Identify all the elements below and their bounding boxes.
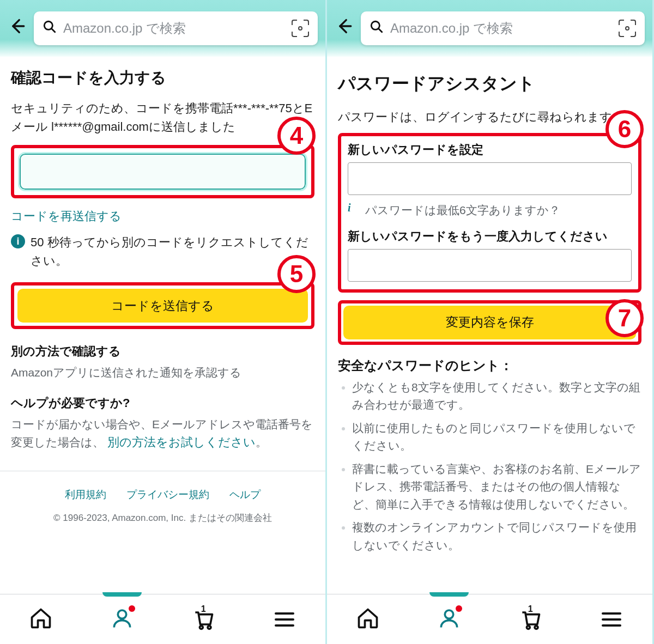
alt-method-text: Amazonアプリに送信された通知を承認する — [11, 364, 314, 382]
password-tip: 少なくとも8文字を使用してください。数字と文字の組み合わせが最適です。 — [352, 379, 641, 414]
footer-links: 利用規約 プライバシー規約 ヘルプ — [11, 488, 314, 502]
back-icon[interactable] — [335, 17, 353, 40]
annotation-box-5: 5 コードを送信する — [11, 282, 314, 329]
search-placeholder: Amazon.co.jp で検索 — [63, 20, 285, 37]
scan-icon[interactable] — [292, 20, 309, 37]
annotation-badge: 7 — [605, 299, 644, 337]
nav-cart[interactable]: 1 — [181, 594, 225, 645]
svg-point-9 — [445, 610, 453, 618]
menu-icon — [275, 612, 294, 627]
divider — [0, 471, 325, 471]
nav-account[interactable] — [427, 594, 471, 645]
password-tips-list: 少なくとも8文字を使用してください。数字と文字の組み合わせが最適です。 以前に使… — [338, 379, 641, 555]
annotation-badge: 4 — [277, 117, 316, 155]
copyright-text: © 1996-2023, Amazon.com, Inc. またはその関連会社 — [11, 512, 314, 524]
cart-count-badge: 1 — [201, 604, 206, 614]
password-tip: 辞書に載っている言葉や、お客様のお名前、Eメールアドレス、携帯電話番号、またはそ… — [352, 460, 641, 514]
resend-code-link[interactable]: コードを再送信する — [11, 209, 122, 223]
help-alt-link[interactable]: 別の方法をお試しください — [107, 435, 256, 449]
password-min-hint: パスワードは最低6文字ありますか？ — [365, 202, 560, 220]
page-title: 確認コードを入力する — [11, 68, 314, 88]
search-icon — [370, 20, 384, 38]
notification-dot-icon — [456, 605, 462, 612]
search-icon — [43, 20, 57, 38]
screen-enter-code: Amazon.co.jp で検索 確認コードを入力する セキュリティのため、コー… — [0, 0, 327, 644]
confirm-password-input[interactable] — [348, 249, 632, 282]
annotation-box-6: 6 新しいパスワードを設定 i パスワードは最低6文字ありますか？ 新しいパスワ… — [338, 133, 641, 293]
password-tip: 複数のオンラインアカウントで同じパスワードを使用しないでください。 — [352, 519, 641, 554]
home-icon — [356, 606, 380, 633]
svg-point-4 — [200, 625, 203, 629]
nav-cart[interactable]: 1 — [508, 594, 552, 645]
scan-icon[interactable] — [619, 20, 636, 37]
verification-code-input[interactable] — [20, 154, 306, 190]
nav-account[interactable] — [100, 594, 144, 645]
wait-info-text: 50 秒待ってから別のコードをリクエストしてください。 — [31, 233, 314, 270]
svg-point-11 — [535, 625, 538, 629]
submit-code-button[interactable]: コードを送信する — [17, 289, 308, 323]
nav-menu[interactable] — [263, 594, 306, 645]
notification-dot-icon — [129, 605, 135, 612]
alt-method-header: 別の方法で確認する — [11, 343, 314, 360]
annotation-badge: 6 — [605, 110, 644, 148]
annotation-badge: 5 — [277, 255, 316, 293]
footer-privacy-link[interactable]: プライバシー規約 — [126, 489, 209, 500]
description-text: セキュリティのため、コードを携帯電話***-***-**75とEメール l***… — [11, 99, 314, 136]
search-field[interactable]: Amazon.co.jp で検索 — [34, 11, 318, 45]
svg-line-2 — [51, 28, 55, 32]
info-icon: i — [11, 234, 25, 248]
help-text: コードが届かない場合や、Eメールアドレスや電話番号を変更した場合は、 別の方法を… — [11, 416, 314, 452]
footer-help-link[interactable]: ヘルプ — [229, 489, 261, 500]
new-password-label: 新しいパスワードを設定 — [348, 142, 632, 158]
wait-info-row: i 50 秒待ってから別のコードをリクエストしてください。 — [11, 233, 314, 270]
nav-menu[interactable] — [590, 594, 633, 645]
description-text: パスワードは、ログインするたびに尋ねられます。 — [338, 108, 641, 126]
top-bar: Amazon.co.jp で検索 — [0, 0, 325, 57]
search-placeholder: Amazon.co.jp で検索 — [390, 20, 612, 37]
bottom-nav: 1 — [327, 594, 652, 644]
nav-home[interactable] — [346, 594, 390, 645]
search-field[interactable]: Amazon.co.jp で検索 — [361, 11, 645, 45]
top-bar: Amazon.co.jp で検索 — [327, 0, 652, 57]
page-title: パスワードアシスタント — [338, 72, 641, 96]
password-tip: 以前に使用したものと同じパスワードを使用しないでください。 — [352, 420, 641, 455]
cart-count-badge: 1 — [528, 604, 533, 614]
save-changes-button[interactable]: 変更内容を保存 — [343, 306, 636, 339]
footer-terms-link[interactable]: 利用規約 — [65, 489, 106, 500]
screen-password-assistant: Amazon.co.jp で検索 パスワードアシスタント パスワードは、ログイン… — [327, 0, 654, 644]
back-icon[interactable] — [8, 17, 26, 40]
help-header: ヘルプが必要ですか? — [11, 395, 314, 411]
menu-icon — [602, 612, 621, 627]
nav-home[interactable] — [19, 594, 63, 645]
svg-point-3 — [118, 610, 126, 618]
svg-point-5 — [208, 625, 211, 629]
svg-line-8 — [378, 28, 382, 32]
bottom-nav: 1 — [0, 594, 325, 644]
tips-header: 安全なパスワードのヒント： — [338, 357, 641, 374]
annotation-box-4: 4 — [11, 145, 314, 198]
annotation-box-7: 7 変更内容を保存 — [338, 300, 641, 345]
info-icon: i — [348, 202, 360, 214]
confirm-password-label: 新しいパスワードをもう一度入力してください — [348, 228, 632, 245]
new-password-input[interactable] — [348, 162, 632, 195]
svg-point-10 — [527, 625, 530, 629]
home-icon — [29, 606, 53, 633]
